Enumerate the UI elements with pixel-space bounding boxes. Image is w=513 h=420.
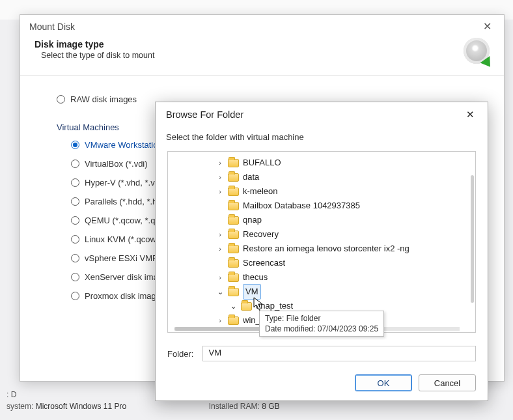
folder-tooltip: Type: File folder Date modified: 07/04/2…	[259, 311, 384, 337]
chevron-down-icon[interactable]: ⌄	[216, 285, 224, 299]
cancel-button[interactable]: Cancel	[419, 374, 476, 391]
tree-item-label: Mailbox Database 1042937385	[243, 199, 360, 213]
browse-for-folder-dialog: Browse For Folder ✕ Select the folder wi…	[155, 102, 488, 401]
radio-icon	[71, 178, 79, 187]
radio-icon	[71, 235, 79, 244]
folder-icon	[228, 173, 239, 182]
chevron-right-icon[interactable]: ›	[216, 184, 224, 199]
chevron-right-icon[interactable]: ›	[216, 227, 224, 242]
bg-os-value: Microsoft Windows 11 Pro	[36, 402, 126, 411]
radio-icon	[71, 197, 79, 206]
bg-drive-letter: : D	[7, 390, 16, 399]
folder-field[interactable]: VM	[202, 346, 476, 361]
radio-icon	[71, 254, 79, 262]
folder-open-icon	[228, 288, 239, 296]
tooltip-line: Date modified: 07/04/2023 09:25	[265, 324, 378, 334]
radio-icon	[71, 292, 79, 300]
mount-heading: Disk image type	[35, 39, 154, 49]
browse-title: Browse For Folder	[166, 109, 243, 120]
folder-icon	[228, 273, 239, 282]
folder-icon	[228, 316, 239, 325]
radio-label: RAW disk images	[70, 94, 137, 104]
close-icon[interactable]: ✕	[459, 107, 481, 122]
folder-tree[interactable]: › BUFALLO › data › k-meleon Mailbox Data…	[167, 151, 476, 333]
tree-item-label: thecus	[243, 270, 268, 285]
tree-item-label: data	[243, 170, 259, 184]
folder-icon	[228, 231, 239, 239]
tree-item-qnap[interactable]: qnap	[171, 213, 473, 227]
radio-icon	[71, 273, 79, 281]
tree-item-label: Restore an iomega lenovo storcenter ix2 …	[243, 242, 409, 256]
tree-item-mailbox[interactable]: Mailbox Database 1042937385	[171, 199, 473, 213]
disc-icon	[464, 38, 492, 66]
ok-button[interactable]: OK	[355, 374, 412, 391]
vertical-scrollbar[interactable]	[471, 175, 474, 303]
tree-item-label: Recovery	[243, 227, 279, 242]
folder-icon	[228, 245, 239, 253]
radio-label: VirtualBox (*.vdi)	[85, 159, 148, 169]
tree-item-recovery[interactable]: › Recovery	[171, 227, 473, 242]
tree-item-label: VM	[243, 284, 261, 300]
chevron-right-icon[interactable]: ›	[216, 170, 224, 184]
tree-item-vm[interactable]: ⌄ VM	[171, 285, 473, 299]
folder-icon	[228, 202, 239, 210]
chevron-right-icon[interactable]: ›	[216, 242, 224, 256]
radio-label: Proxmox disk images	[85, 291, 165, 301]
radio-icon	[71, 216, 79, 225]
folder-icon	[228, 259, 239, 268]
folder-icon	[228, 216, 239, 225]
chevron-right-icon[interactable]: ›	[216, 270, 224, 285]
tree-item-label: k-meleon	[243, 184, 277, 199]
mount-subheading: Select the type of disk to mount	[41, 51, 154, 60]
bg-ram-label: Installed RAM:	[209, 402, 260, 411]
folder-icon	[228, 188, 239, 196]
radio-icon	[71, 141, 79, 149]
folder-field-value: VM	[208, 348, 221, 357]
bg-os-label: system:	[7, 402, 33, 411]
tree-item-data[interactable]: › data	[171, 170, 473, 184]
tree-item-label: BUFALLO	[243, 156, 281, 170]
mount-disk-title: Mount Disk	[29, 21, 75, 32]
radio-icon	[71, 160, 79, 168]
tree-item-thecus[interactable]: › thecus	[171, 270, 473, 285]
tree-item-label: qnap	[243, 213, 262, 227]
folder-icon	[228, 159, 239, 167]
ok-button-label: OK	[378, 378, 390, 388]
tree-item-kmeleon[interactable]: › k-meleon	[171, 184, 473, 199]
tree-item-label: Screencast	[243, 256, 285, 270]
bg-ram-value: 8 GB	[262, 402, 279, 411]
chevron-right-icon[interactable]: ›	[216, 313, 224, 328]
chevron-down-icon[interactable]: ⌄	[229, 299, 237, 313]
chevron-right-icon[interactable]: ›	[216, 156, 224, 170]
folder-field-label: Folder:	[167, 349, 193, 359]
folder-open-icon	[241, 302, 252, 311]
tree-item-restore[interactable]: › Restore an iomega lenovo storcenter ix…	[171, 242, 473, 256]
cancel-button-label: Cancel	[434, 378, 460, 388]
tooltip-line: Type: File folder	[265, 313, 378, 324]
close-icon[interactable]: ✕	[478, 20, 496, 33]
browse-instruction: Select the folder with virtual machine	[156, 127, 488, 151]
radio-icon	[57, 95, 65, 104]
tree-item-screencast[interactable]: Screencast	[171, 256, 473, 270]
tree-item-bufallo[interactable]: › BUFALLO	[171, 156, 473, 170]
